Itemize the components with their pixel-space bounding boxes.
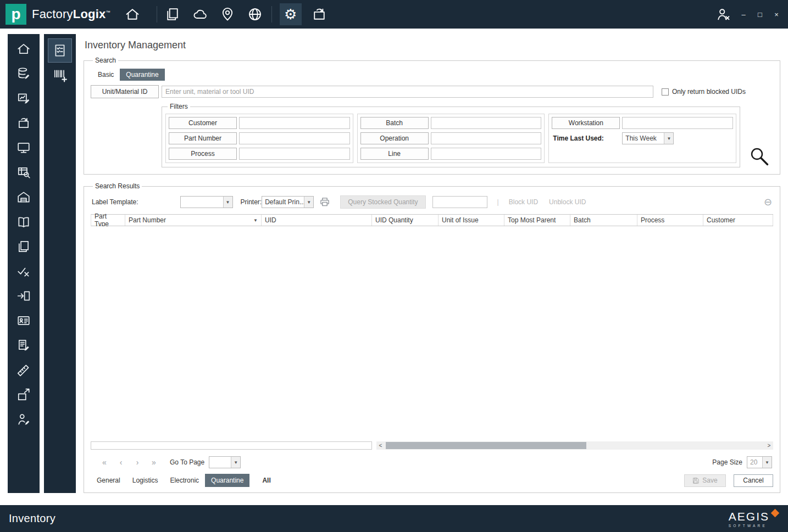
- settings-tab-active[interactable]: ⚙: [280, 3, 302, 25]
- chevron-down-icon[interactable]: ▼: [223, 197, 232, 208]
- column-process[interactable]: Process: [637, 215, 703, 226]
- copy-pages-icon[interactable]: [16, 239, 31, 254]
- chevron-down-icon[interactable]: ▼: [664, 133, 673, 144]
- batch-filter-button[interactable]: Batch: [360, 117, 429, 129]
- time-last-used-label: Time Last Used:: [552, 135, 620, 142]
- save-disk-icon: [692, 477, 700, 484]
- column-unit-of-issue[interactable]: Unit of Issue: [439, 215, 504, 226]
- query-stocked-quantity-button[interactable]: Query Stocked Quantity: [340, 195, 425, 209]
- column-uid[interactable]: UID: [262, 215, 372, 226]
- receive-arrow-box-icon[interactable]: [16, 289, 31, 303]
- location-pin-icon[interactable]: [220, 7, 235, 22]
- barcode-add-icon[interactable]: [53, 68, 67, 82]
- documentation-book-icon[interactable]: [16, 215, 31, 229]
- line-filter-button[interactable]: Line: [360, 148, 429, 160]
- batch-filter-input[interactable]: [431, 117, 542, 129]
- frozen-scroll-track[interactable]: [91, 441, 372, 450]
- home-icon[interactable]: [125, 7, 140, 22]
- workstation-filter-button[interactable]: Workstation: [552, 117, 620, 129]
- column-top-most-parent[interactable]: Top Most Parent: [504, 215, 570, 226]
- tab-logistics[interactable]: Logistics: [126, 474, 164, 487]
- printer-select[interactable]: Default Prin... ▼: [262, 196, 314, 208]
- top-bar: p FactoryLogix™ ⚙ – □ ×: [0, 0, 788, 29]
- unit-material-id-button[interactable]: Unit/Material ID: [91, 85, 159, 98]
- scroll-thumb[interactable]: [386, 442, 586, 449]
- workstation-monitor-icon[interactable]: [16, 141, 31, 155]
- next-page-button[interactable]: ›: [134, 458, 141, 467]
- user-logout-icon[interactable]: [715, 7, 731, 22]
- operation-filter-button[interactable]: Operation: [360, 132, 429, 144]
- search-button[interactable]: [749, 145, 771, 167]
- customer-filter-button[interactable]: Customer: [169, 117, 237, 129]
- cancel-button[interactable]: Cancel: [734, 474, 773, 487]
- main-content: Inventory Management Search Basic Quaran…: [84, 34, 780, 493]
- ship-box-icon[interactable]: [16, 388, 31, 402]
- line-filter-input[interactable]: [431, 148, 542, 160]
- engineering-chart-icon[interactable]: [16, 91, 31, 105]
- stocked-quantity-input[interactable]: [432, 196, 487, 208]
- chevron-down-icon[interactable]: ▼: [304, 197, 313, 208]
- cloud-icon[interactable]: [192, 7, 208, 22]
- home-icon[interactable]: [16, 42, 31, 56]
- unblock-uid-button[interactable]: Unblock UID: [549, 198, 586, 206]
- data-restore-icon[interactable]: [16, 116, 31, 130]
- design-ruler-icon[interactable]: [16, 363, 31, 377]
- unit-material-id-input[interactable]: [162, 86, 653, 98]
- label-template-select[interactable]: ▼: [180, 196, 233, 208]
- brand-tm: ™: [106, 10, 110, 15]
- save-button[interactable]: Save: [684, 474, 726, 487]
- grid-search-icon[interactable]: [16, 165, 31, 180]
- column-customer[interactable]: Customer: [703, 215, 773, 226]
- chevron-down-icon[interactable]: ▼: [762, 457, 772, 468]
- last-page-button[interactable]: »: [150, 458, 158, 467]
- tab-general[interactable]: General: [91, 474, 126, 487]
- operation-filter-input[interactable]: [431, 132, 542, 144]
- documents-icon[interactable]: [165, 7, 180, 22]
- workstation-filter-input[interactable]: [622, 117, 733, 129]
- first-page-button[interactable]: «: [101, 458, 108, 467]
- go-to-page-select[interactable]: ▼: [209, 456, 241, 468]
- maximize-button[interactable]: □: [756, 10, 764, 19]
- quality-check-icon[interactable]: [16, 264, 31, 278]
- globe-icon[interactable]: [247, 7, 263, 22]
- user-question-icon[interactable]: [16, 412, 31, 427]
- warehouse-icon[interactable]: [16, 190, 31, 204]
- time-last-used-select[interactable]: This Week ▼: [622, 132, 674, 144]
- chevron-down-icon[interactable]: ▼: [231, 457, 240, 468]
- id-card-icon[interactable]: [16, 313, 31, 328]
- process-filter-input[interactable]: [239, 148, 350, 160]
- checklist-icon: [53, 43, 67, 58]
- tab-quarantine-bottom[interactable]: Quarantine: [205, 474, 249, 487]
- topbar-divider-2: [271, 6, 272, 23]
- materials-database-icon[interactable]: [16, 66, 31, 81]
- tab-basic[interactable]: Basic: [92, 69, 120, 81]
- process-filter-button[interactable]: Process: [169, 148, 237, 160]
- tab-quarantine[interactable]: Quarantine: [120, 69, 164, 81]
- minimize-button[interactable]: –: [740, 10, 747, 19]
- close-button[interactable]: ×: [773, 10, 780, 19]
- block-uid-button[interactable]: Block UID: [509, 198, 538, 206]
- gear-icon: ⚙: [284, 7, 297, 21]
- only-blocked-checkbox[interactable]: [662, 88, 669, 96]
- scroll-right-button[interactable]: >: [765, 441, 773, 450]
- customer-filter-input[interactable]: [239, 117, 350, 129]
- scroll-left-button[interactable]: <: [376, 441, 385, 450]
- column-part-type[interactable]: Part Type: [91, 215, 125, 226]
- tab-all[interactable]: All: [256, 474, 276, 487]
- filters-legend: Filters: [168, 103, 190, 110]
- previous-page-button[interactable]: ‹: [117, 458, 125, 467]
- column-uid-quantity[interactable]: UID Quantity: [372, 215, 439, 226]
- tab-electronic[interactable]: Electronic: [164, 474, 205, 487]
- edit-document-icon[interactable]: [16, 338, 31, 352]
- part-number-filter-button[interactable]: Part Number: [169, 132, 237, 144]
- page-size-select[interactable]: 20 ▼: [747, 456, 772, 468]
- part-number-filter-input[interactable]: [239, 132, 350, 144]
- filters-groupbox: Filters Customer Part Number Process Bat…: [162, 103, 740, 167]
- inventory-checklist-tab-active[interactable]: [48, 38, 72, 63]
- column-batch[interactable]: Batch: [570, 215, 637, 226]
- restore-box-icon[interactable]: [312, 7, 327, 22]
- column-part-number[interactable]: Part Number▼: [125, 215, 262, 226]
- print-icon[interactable]: [319, 197, 330, 208]
- minus-circle-icon[interactable]: ⊖: [764, 197, 772, 207]
- scroll-track[interactable]: [385, 441, 765, 450]
